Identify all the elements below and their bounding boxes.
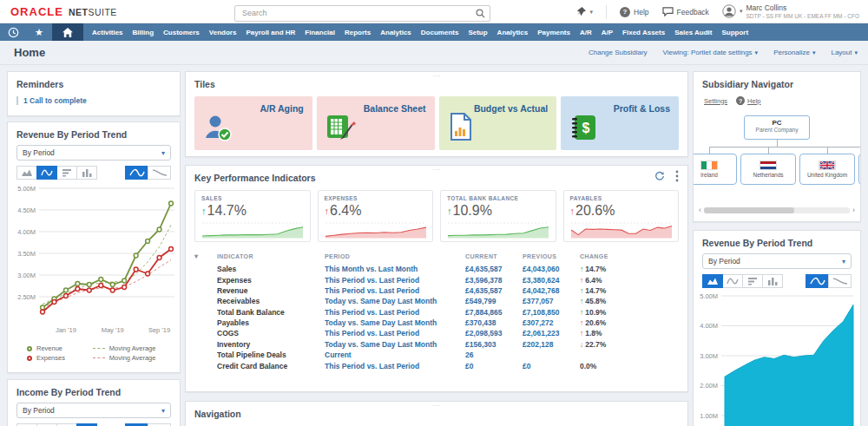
nav-item-analytics[interactable]: Analytics <box>497 29 529 36</box>
kpi-current[interactable]: £370,438 <box>465 318 523 328</box>
kpi-period[interactable]: Current <box>325 350 465 360</box>
kpi-previous[interactable]: £307,272 <box>523 318 580 328</box>
search-input[interactable] <box>234 5 490 22</box>
home-tab[interactable] <box>52 23 83 41</box>
nav-item-vendors[interactable]: Vendors <box>209 29 237 36</box>
feedback-button[interactable]: Feedback <box>662 7 709 16</box>
kpi-current[interactable]: £7,884,865 <box>465 307 523 318</box>
portlet-drag-handle[interactable]: ⋯ <box>433 73 441 80</box>
scroll-right-arrow[interactable]: › <box>852 206 855 214</box>
kpi-card-total-bank-balance[interactable]: TOTAL BANK BALANCE↑10.9% <box>440 190 556 242</box>
nav-item-documents[interactable]: Documents <box>421 29 459 36</box>
hbar-chart-button[interactable] <box>56 166 77 180</box>
subsidiary-node-x-elimination[interactable]: XX-Elimination <box>858 154 860 185</box>
kpi-previous[interactable]: £0 <box>523 360 580 370</box>
table-expand-caret[interactable]: ▾ <box>194 252 198 260</box>
kpi-card-expenses[interactable]: EXPENSES↑6.4% <box>318 190 434 242</box>
kpi-col-indicator[interactable]: INDICATOR <box>217 251 325 264</box>
layout-dropdown[interactable]: Layout▾ <box>831 49 858 56</box>
refresh-icon[interactable] <box>654 171 665 181</box>
shortcuts-button[interactable]: ★ <box>26 23 52 41</box>
viewing-dropdown[interactable]: Viewing: Portlet date settings▾ <box>663 49 759 56</box>
kpi-current[interactable]: £0 <box>465 360 523 370</box>
change-subsidiary-link[interactable]: Change Subsidiary <box>589 49 648 56</box>
portlet-drag-handle[interactable]: ⋯ <box>433 167 441 174</box>
period-filter-select[interactable]: By Period▾ <box>16 145 171 161</box>
nav-item-reports[interactable]: Reports <box>345 29 371 36</box>
period-filter-select[interactable]: By Period▾ <box>702 253 852 269</box>
tile-budget-vs-actual[interactable]: Budget vs Actual <box>439 96 557 150</box>
kpi-col-current[interactable]: CURRENT <box>465 251 523 264</box>
portlet-drag-handle[interactable]: ⋯ <box>433 403 441 410</box>
trend-toggle-on[interactable] <box>806 274 829 288</box>
parent-company-node[interactable]: PC Parent Company <box>744 115 810 140</box>
kpi-period[interactable]: Today vs. Same Day Last Month <box>325 339 465 350</box>
kpi-period[interactable]: This Period vs. Last Period <box>325 307 465 318</box>
vbar-chart-button[interactable] <box>76 166 97 180</box>
scroll-left-arrow[interactable]: ‹ <box>699 206 701 214</box>
hbar-chart-button[interactable] <box>742 274 763 288</box>
kpi-previous[interactable]: £2,061,223 <box>523 328 580 338</box>
subsidiary-help-link[interactable]: ?Help <box>736 96 760 105</box>
kpi-period[interactable]: This Period vs. Last Period <box>325 274 465 285</box>
kpi-card-payables[interactable]: PAYABLES↑20.6% <box>563 190 680 242</box>
nav-item-setup[interactable]: Setup <box>468 29 487 36</box>
nav-item-activities[interactable]: Activities <box>92 29 123 36</box>
kpi-col-previous[interactable]: PREVIOUS <box>523 251 580 264</box>
nav-item-fixed-assets[interactable]: Fixed Assets <box>622 29 665 36</box>
scrollbar-thumb[interactable] <box>704 207 794 213</box>
trend-toggle-off[interactable] <box>828 274 852 288</box>
kpi-previous[interactable]: £4,042,768 <box>523 285 580 296</box>
kpi-col-change[interactable]: CHANGE <box>580 251 681 264</box>
kpi-current[interactable]: £549,799 <box>465 296 523 306</box>
kpi-previous[interactable]: £4,043,060 <box>523 264 580 274</box>
recent-records-button[interactable] <box>0 23 26 41</box>
kpi-card-sales[interactable]: SALES↑14.7% <box>194 190 311 242</box>
nav-item-a-p[interactable]: A/P <box>602 29 613 36</box>
subsidiary-node-netherlands[interactable]: Netherlands <box>740 154 796 185</box>
reminder-call-to-complete[interactable]: 1 Call to complete <box>16 96 171 105</box>
tile-balance-sheet[interactable]: Balance Sheet <box>317 96 435 150</box>
kpi-current[interactable]: £4,635,587 <box>465 285 523 296</box>
nav-item-a-r[interactable]: A/R <box>580 29 592 36</box>
kpi-current[interactable]: £2,098,593 <box>465 328 523 338</box>
kpi-period[interactable]: Today vs. Same Day Last Month <box>325 318 465 328</box>
subsidiary-node-united-kingdom[interactable]: United Kingdom <box>799 154 855 185</box>
kpi-current[interactable]: £4,635,587 <box>465 264 523 274</box>
kpi-previous[interactable]: £3,380,624 <box>523 274 580 285</box>
search-icon[interactable] <box>476 6 485 22</box>
kpi-period[interactable]: This Period vs. Last Period <box>325 328 465 338</box>
settings-link[interactable]: Settings <box>704 97 727 105</box>
trend-toggle-on[interactable] <box>125 166 148 180</box>
help-button[interactable]: ? Help <box>620 7 648 17</box>
kpi-previous[interactable]: £7,108,850 <box>523 307 580 318</box>
subsidiary-node-ireland[interactable]: Ireland <box>694 154 737 185</box>
kpi-current[interactable]: £156,303 <box>465 339 523 350</box>
personalize-dropdown[interactable]: Personalize▾ <box>773 49 815 56</box>
trend-toggle-off[interactable] <box>148 166 171 180</box>
kpi-period[interactable]: This Month vs. Last Month <box>325 264 465 274</box>
period-filter-select[interactable]: By Period▾ <box>16 403 171 418</box>
nav-item-customers[interactable]: Customers <box>163 29 200 36</box>
area-chart-button[interactable] <box>16 166 37 180</box>
nav-item-support[interactable]: Support <box>721 29 748 36</box>
kpi-period[interactable]: Today vs. Same Day Last Month <box>325 296 465 306</box>
line-chart-button[interactable] <box>722 274 743 288</box>
nav-item-billing[interactable]: Billing <box>133 29 154 36</box>
kpi-previous[interactable] <box>523 350 580 360</box>
tile-a-r-aging[interactable]: A/R Aging <box>194 96 312 150</box>
kpi-previous[interactable]: £377,057 <box>523 296 580 306</box>
tile-profit-loss[interactable]: $Profit & Loss <box>561 96 679 150</box>
vbar-chart-button[interactable] <box>762 274 783 288</box>
quick-add-menu[interactable]: ▾ <box>575 6 594 17</box>
nav-item-sales-audit[interactable]: Sales Audit <box>674 29 712 36</box>
kpi-current[interactable]: 26 <box>465 350 523 360</box>
kebab-menu-icon[interactable] <box>675 170 679 182</box>
nav-item-financial[interactable]: Financial <box>305 29 335 36</box>
kpi-period[interactable]: This Period vs. Last Period <box>325 285 465 296</box>
kpi-period[interactable]: This Period vs. Last Period <box>325 360 465 370</box>
nav-item-payments[interactable]: Payments <box>537 29 570 36</box>
kpi-col-period[interactable]: PERIOD <box>325 251 465 264</box>
kpi-previous[interactable]: £202,128 <box>523 339 580 350</box>
line-chart-button[interactable] <box>36 166 57 180</box>
